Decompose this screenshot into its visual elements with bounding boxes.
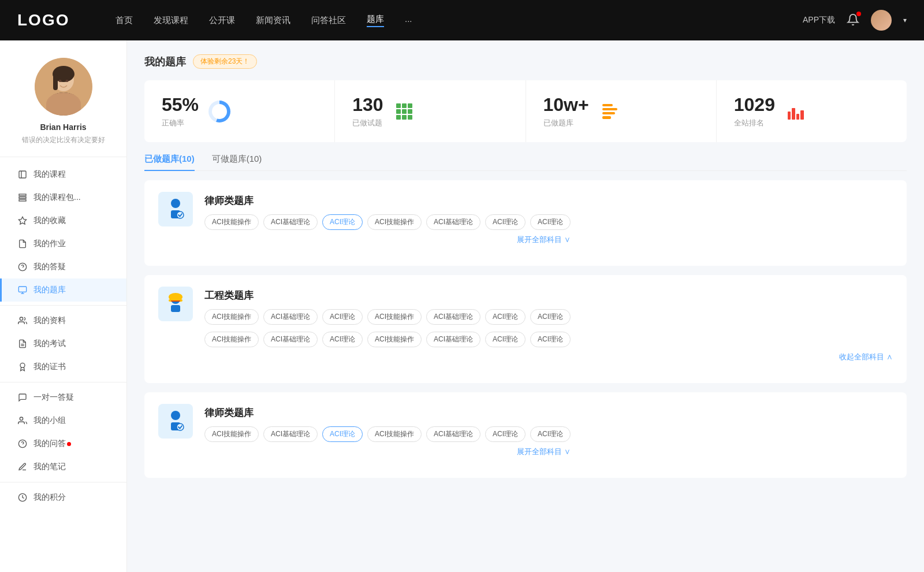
profile-motto: 错误的决定比没有决定要好 — [10, 135, 117, 145]
tag-3-5[interactable]: ACI理论 — [485, 426, 526, 442]
app-download-link[interactable]: APP下载 — [803, 15, 835, 25]
tag-2b-1[interactable]: ACI基础理论 — [263, 332, 318, 347]
tag-2-0[interactable]: ACI技能操作 — [204, 309, 259, 325]
user-dropdown-arrow[interactable]: ▾ — [903, 16, 907, 24]
sidebar-item-questions[interactable]: 我的问答 — [0, 432, 126, 455]
tag-1-3[interactable]: ACI技能操作 — [367, 214, 422, 230]
tabs-row: 已做题库(10) 可做题库(10) — [144, 154, 907, 171]
sidebar-item-my-course[interactable]: 我的课程 — [0, 163, 126, 186]
tag-2b-0[interactable]: ACI技能操作 — [204, 332, 259, 347]
qbank-card-1-header: 律师类题库 ACI技能操作 ACI基础理论 ACI理论 ACI技能操作 ACI基… — [158, 192, 893, 245]
svg-marker-12 — [18, 217, 26, 224]
svg-point-22 — [20, 417, 23, 420]
nav-discover[interactable]: 发现课程 — [154, 15, 188, 26]
stat-done-questions-group: 130 已做试题 — [352, 94, 383, 128]
notes-icon — [17, 462, 28, 472]
sidebar: Brian Harris 错误的决定比没有决定要好 我的课程 我的课程包... — [0, 40, 127, 572]
sidebar-item-group[interactable]: 我的小组 — [0, 409, 126, 432]
tag-2-3[interactable]: ACI技能操作 — [367, 309, 422, 325]
tag-3-1[interactable]: ACI基础理论 — [263, 426, 318, 442]
nav-more[interactable]: ··· — [405, 16, 412, 25]
tab-todo[interactable]: 可做题库(10) — [212, 154, 262, 170]
tag-2-6[interactable]: ACI理论 — [530, 309, 571, 325]
tag-1-4[interactable]: ACI基础理论 — [426, 214, 480, 230]
nav-news[interactable]: 新闻资讯 — [256, 15, 290, 26]
tag-2-2[interactable]: ACI理论 — [322, 309, 363, 325]
user-avatar[interactable] — [871, 10, 892, 31]
tag-2b-4[interactable]: ACI基础理论 — [426, 332, 480, 347]
qbank-title-1: 律师类题库 ACI技能操作 ACI基础理论 ACI理论 ACI技能操作 ACI基… — [204, 192, 571, 245]
rank-icon — [784, 100, 807, 123]
collapse-link-2[interactable]: 收起全部科目 ∧ — [204, 352, 893, 362]
svg-rect-15 — [18, 287, 26, 292]
tag-1-2[interactable]: ACI理论 — [322, 214, 363, 230]
svg-rect-11 — [19, 199, 26, 201]
stat-done-banks: 10w+ 已做题库 — [526, 80, 717, 142]
nav-qbank[interactable]: 题库 — [367, 14, 384, 27]
svg-point-34 — [171, 411, 180, 420]
tag-2-4[interactable]: ACI基础理论 — [426, 309, 480, 325]
sidebar-item-qbank-my[interactable]: 我的题库 — [0, 278, 126, 302]
stat-rank-value: 1029 — [734, 94, 775, 116]
svg-rect-30 — [171, 305, 180, 312]
tag-1-0[interactable]: ACI技能操作 — [204, 214, 259, 230]
pie-chart-icon — [208, 101, 230, 122]
sidebar-item-notes[interactable]: 我的笔记 — [0, 455, 126, 478]
sidebar-item-profile[interactable]: 我的资料 — [0, 309, 126, 332]
grid-green-icon — [394, 101, 415, 122]
expand-link-1[interactable]: 展开全部科目 ∨ — [204, 235, 571, 245]
tag-1-1[interactable]: ACI基础理论 — [263, 214, 318, 230]
expand-link-3[interactable]: 展开全部科目 ∨ — [204, 447, 571, 457]
sidebar-item-cert[interactable]: 我的证书 — [0, 355, 126, 378]
qbank-card-2: 工程类题库 ACI技能操作 ACI基础理论 ACI理论 ACI技能操作 ACI基… — [144, 275, 907, 383]
nav-home[interactable]: 首页 — [116, 15, 133, 26]
sidebar-item-course-pkg[interactable]: 我的课程包... — [0, 186, 126, 209]
tag-2b-2[interactable]: ACI理论 — [322, 332, 363, 347]
nav-qa[interactable]: 问答社区 — [311, 15, 346, 26]
qbank-tags-1: ACI技能操作 ACI基础理论 ACI理论 ACI技能操作 ACI基础理论 AC… — [204, 214, 571, 230]
question-icon — [17, 262, 28, 272]
sidebar-item-qa-my[interactable]: 我的答疑 — [0, 255, 126, 278]
header: LOGO 首页 发现课程 公开课 新闻资讯 问答社区 题库 ··· APP下载 … — [0, 0, 924, 40]
svg-point-36 — [177, 424, 184, 430]
qbank-content-2: 工程类题库 ACI技能操作 ACI基础理论 ACI理论 ACI技能操作 ACI基… — [204, 287, 893, 362]
chat-icon — [17, 392, 28, 403]
tag-3-3[interactable]: ACI技能操作 — [367, 426, 422, 442]
page-title: 我的题库 — [144, 55, 186, 69]
svg-point-18 — [20, 317, 23, 320]
stat-done-questions-value: 130 — [352, 94, 383, 116]
qbank-title-3: 律师类题库 ACI技能操作 ACI基础理论 ACI理论 ACI技能操作 ACI基… — [204, 404, 571, 457]
tag-2-1[interactable]: ACI基础理论 — [263, 309, 318, 325]
tab-done[interactable]: 已做题库(10) — [144, 154, 195, 170]
tag-1-6[interactable]: ACI理论 — [530, 214, 571, 230]
homework-icon — [17, 239, 28, 249]
sidebar-item-homework[interactable]: 我的作业 — [0, 232, 126, 255]
tag-3-4[interactable]: ACI基础理论 — [426, 426, 480, 442]
tag-1-5[interactable]: ACI理论 — [485, 214, 526, 230]
tag-2b-5[interactable]: ACI理论 — [485, 332, 526, 347]
notification-bell[interactable] — [847, 13, 859, 28]
questions-icon — [17, 439, 28, 449]
stat-rank-group: 1029 全站排名 — [734, 94, 775, 128]
sidebar-item-oneonone[interactable]: 一对一答疑 — [0, 386, 126, 409]
qbank-tags-2a: ACI技能操作 ACI基础理论 ACI理论 ACI技能操作 ACI基础理论 AC… — [204, 309, 893, 325]
svg-rect-9 — [19, 194, 26, 196]
tag-2b-3[interactable]: ACI技能操作 — [367, 332, 422, 347]
tag-3-2[interactable]: ACI理论 — [322, 426, 363, 442]
tag-2-5[interactable]: ACI理论 — [485, 309, 526, 325]
sidebar-item-points[interactable]: 我的积分 — [0, 486, 126, 509]
tag-3-0[interactable]: ACI技能操作 — [204, 426, 259, 442]
stat-done-questions: 130 已做试题 — [335, 80, 526, 142]
stat-rank-label: 全站排名 — [734, 118, 775, 128]
nav-open[interactable]: 公开课 — [209, 15, 235, 26]
list-orange-icon — [599, 101, 620, 122]
sidebar-item-favorites[interactable]: 我的收藏 — [0, 209, 126, 232]
stat-done-banks-value: 10w+ — [543, 94, 589, 116]
tag-2b-6[interactable]: ACI理论 — [530, 332, 571, 347]
stat-accuracy-label: 正确率 — [162, 118, 199, 128]
stats-row: 55% 正确率 130 已做试题 — [144, 80, 907, 142]
sidebar-item-exam[interactable]: 我的考试 — [0, 332, 126, 355]
tag-3-6[interactable]: ACI理论 — [530, 426, 571, 442]
svg-rect-33 — [171, 300, 180, 302]
qbank-tags-3: ACI技能操作 ACI基础理论 ACI理论 ACI技能操作 ACI基础理论 AC… — [204, 426, 571, 442]
